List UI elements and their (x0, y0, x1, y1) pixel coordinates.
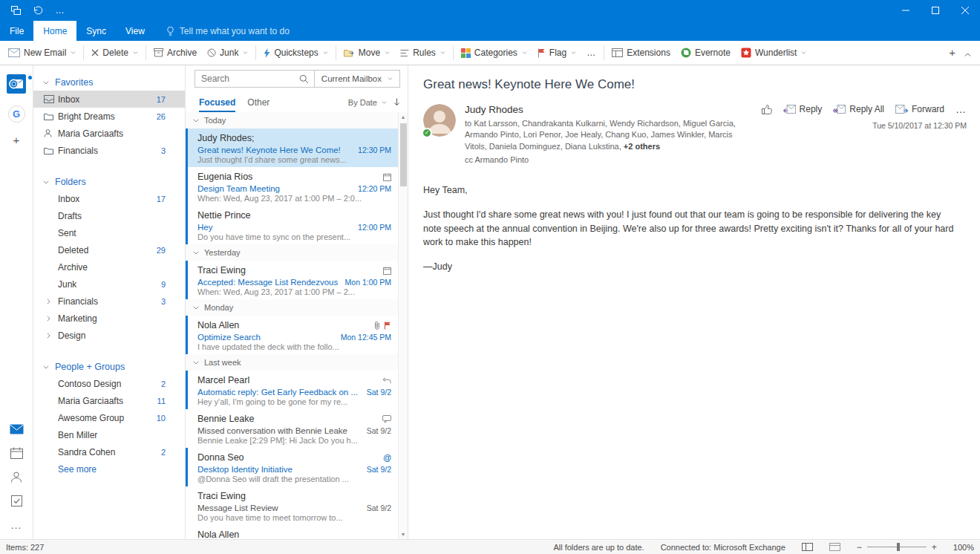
ribbon-overflow-button[interactable]: … (581, 43, 601, 63)
reply-all-button[interactable]: Reply All (833, 104, 884, 114)
sidebar-item-deleted[interactable]: Deleted29 (33, 241, 185, 258)
message-time: Mon 12:45 PM (341, 333, 391, 342)
rail-more[interactable]: … (10, 519, 22, 530)
add-account[interactable]: + (13, 134, 20, 146)
like-button[interactable] (762, 105, 772, 114)
group-header-today[interactable]: Today (186, 112, 408, 128)
calendar-nav[interactable] (10, 447, 23, 459)
sidebar-item-drafts[interactable]: Drafts (33, 207, 185, 224)
sort-desc-icon[interactable] (393, 98, 400, 106)
message-more-button[interactable]: … (956, 104, 967, 114)
zoom-slider-thumb[interactable] (897, 543, 900, 551)
sidebar-item-see-more[interactable]: See more (33, 460, 185, 478)
zoom-plus-icon[interactable]: + (932, 543, 937, 552)
message-row[interactable]: Marcel PearlAutomatic reply: Get Early F… (186, 371, 408, 409)
section-header-people-groups[interactable]: People + Groups (33, 359, 185, 375)
minimize-button[interactable] (891, 0, 921, 21)
folder-label: Sandra Cohen (58, 447, 115, 457)
unread-count: 11 (157, 397, 166, 405)
undo-button[interactable] (27, 0, 49, 21)
delete-button[interactable]: Delete (86, 43, 143, 63)
message-preview: When: Wed, Aug 23, 2017 at 1:00 PM – 2:0… (197, 194, 391, 204)
archive-button[interactable]: Archive (148, 43, 202, 63)
google-account[interactable]: G (8, 105, 25, 123)
scroll-up-icon[interactable]: ▲ (401, 112, 406, 122)
sidebar-item-contoso-design[interactable]: Contoso Design2 (33, 375, 185, 392)
categories-button[interactable]: Categories (456, 43, 532, 63)
move-button[interactable]: Move (339, 43, 395, 63)
sidebar-item-junk[interactable]: Junk9 (33, 276, 185, 293)
junk-button[interactable]: Junk (202, 43, 253, 63)
section-header-favorites[interactable]: Favorites (33, 74, 185, 91)
tab-file[interactable]: File (0, 21, 33, 41)
group-header-yesterday[interactable]: Yesterday (186, 244, 408, 261)
sidebar-item-ben-miller[interactable]: Ben Miller (33, 426, 185, 443)
search-box[interactable] (195, 70, 315, 88)
tell-me-box[interactable]: Tell me what you want to do (166, 21, 290, 41)
sidebar-item-design[interactable]: Design (33, 327, 185, 344)
message-row[interactable]: Nola AllenOptimize SearchMon 12:45 PMI h… (186, 316, 408, 354)
sender-name[interactable]: Judy Rhodes (465, 104, 753, 115)
message-row[interactable]: Traci EwingMessage List ReviewSat 9/2Do … (186, 486, 408, 525)
message-row[interactable]: Bennie LeakeMissed conversation with Ben… (186, 409, 408, 448)
mailbox-scope-dropdown[interactable]: Current Mailbox (315, 70, 400, 88)
sidebar-item-sandra-cohen[interactable]: Sandra Cohen2 (33, 443, 185, 460)
new-email-button[interactable]: New Email (3, 43, 81, 63)
sidebar-item-financials[interactable]: Financials3 (33, 142, 185, 159)
forward-button[interactable]: Forward (895, 104, 944, 114)
message-row[interactable]: Judy Rhodes;Great news! Keynote Here We … (186, 128, 408, 167)
search-input[interactable] (201, 74, 299, 84)
tab-other[interactable]: Other (247, 92, 270, 112)
group-header-last-week[interactable]: Last week (186, 354, 408, 371)
normal-view-icon[interactable] (802, 543, 813, 551)
sidebar-item-financials[interactable]: Financials3 (33, 293, 185, 310)
more-recipients[interactable]: +2 others (624, 142, 660, 151)
reading-view-icon[interactable] (829, 543, 840, 551)
minus-icon[interactable]: − (857, 543, 862, 552)
scrollbar-thumb[interactable] (400, 123, 407, 186)
close-button[interactable] (950, 0, 980, 21)
sender-avatar[interactable]: ✓ (423, 104, 456, 137)
tab-focused[interactable]: Focused (199, 92, 235, 112)
tasks-nav[interactable] (11, 495, 22, 506)
mail-nav[interactable] (10, 424, 24, 434)
collapse-ribbon-button[interactable] (964, 46, 971, 59)
sidebar-item-maria-garciaafts[interactable]: Maria Garciaafts (33, 125, 185, 142)
quicksteps-button[interactable]: Quicksteps (258, 43, 333, 63)
section-header-folders[interactable]: Folders (33, 174, 185, 190)
scrollbar[interactable]: ▲ ▼ (398, 112, 408, 539)
sidebar-item-marketing[interactable]: Marketing (33, 310, 185, 327)
message-row[interactable]: Traci EwingAccepted: Message List Rendez… (186, 261, 408, 299)
reply-button[interactable]: Reply (783, 104, 823, 114)
message-row[interactable]: Nettie PrinceHey12:00 PMDo you have time… (186, 206, 408, 244)
wunderlist-button[interactable]: Wunderlist (736, 43, 811, 63)
outlook-logo[interactable]: O (7, 74, 26, 94)
cc-line: cc Armando Pinto (465, 155, 753, 164)
sidebar-item-inbox[interactable]: Inbox17 (33, 190, 185, 207)
scroll-down-icon[interactable]: ▼ (401, 529, 406, 539)
flag-button[interactable]: Flag (532, 43, 581, 63)
evernote-button[interactable]: Evernote (676, 43, 736, 63)
tab-view[interactable]: View (116, 21, 154, 41)
sidebar-item-awesome-group[interactable]: Awesome Group10 (33, 409, 185, 426)
tab-home[interactable]: Home (33, 21, 76, 41)
people-nav[interactable] (10, 472, 22, 483)
sidebar-item-inbox[interactable]: Inbox17 (33, 91, 185, 108)
sidebar-item-archive[interactable]: Archive (33, 258, 185, 276)
extensions-button[interactable]: Extensions (607, 43, 676, 63)
sidebar-item-sent[interactable]: Sent (33, 224, 185, 241)
message-row[interactable]: Donna Seo@Desktop Identity InitiativeSat… (186, 448, 408, 486)
tab-sync[interactable]: Sync (76, 21, 116, 41)
titlebar-more-button[interactable]: … (49, 0, 71, 21)
add-addin-button[interactable]: + (949, 46, 956, 59)
zoom-slider[interactable] (867, 547, 927, 547)
sidebar-item-bright-dreams[interactable]: Bright Dreams26 (33, 108, 185, 125)
sync-button[interactable] (4, 0, 27, 21)
rules-button[interactable]: Rules (395, 43, 451, 63)
message-row[interactable]: Nola Allen (186, 525, 408, 539)
group-header-monday[interactable]: Monday (186, 299, 408, 316)
sort-by-button[interactable]: By Date (348, 98, 387, 107)
maximize-button[interactable] (921, 0, 950, 21)
message-row[interactable]: Eugenia RiosDesign Team Meeting12:20 PMW… (186, 167, 408, 206)
sidebar-item-maria-garciaafts[interactable]: Maria Garciaafts11 (33, 392, 185, 409)
